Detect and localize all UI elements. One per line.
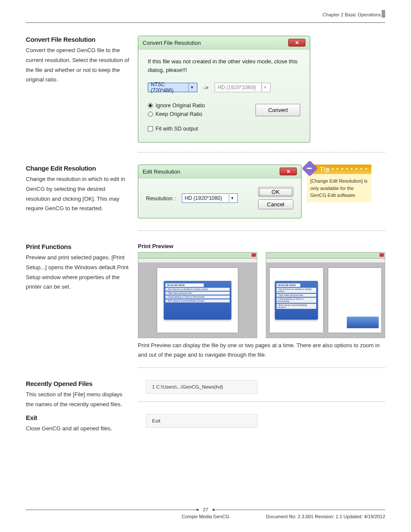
- news-card: HEADLINE NEWS • San Francisco on standby…: [275, 281, 318, 320]
- subheading-print-preview: Print Preview: [138, 243, 385, 249]
- top-decor-bar: [382, 10, 385, 18]
- checkbox-icon: [148, 126, 153, 131]
- convert-button[interactable]: Convert: [255, 104, 300, 116]
- lower-third-card: [347, 317, 379, 328]
- heading-exit: Exit: [26, 414, 130, 421]
- dialog-title: Convert File Resolution: [143, 40, 201, 46]
- divider: [138, 401, 385, 402]
- body-recent: This section of the [File] menu displays…: [26, 390, 130, 410]
- print-preview-double: HEADLINE NEWS • San Francisco on standby…: [266, 252, 385, 338]
- top-rule: [26, 22, 385, 23]
- divider: [138, 367, 385, 368]
- tip-body: [Change Edit Resolution] is only availab…: [307, 174, 371, 202]
- close-icon[interactable]: ✕: [280, 168, 297, 175]
- product-name: Compix Media GenCG: [182, 514, 230, 519]
- body-convert: Convert the opened GenCG file to the cur…: [26, 46, 130, 85]
- recent-file-item[interactable]: 1 C:\Users\...\GenCG_News(hd): [146, 382, 257, 392]
- dialog-convert-file-resolution: Convert File Resolution ✕ If this file w…: [138, 36, 310, 143]
- tip-box: Tip ● ● ● ● ● ● ● ● ● [Change Edit Resol…: [307, 165, 371, 202]
- arrow-label: ->: [203, 84, 209, 91]
- tip-title: Tip ● ● ● ● ● ● ● ● ●: [307, 165, 371, 174]
- news-card: HEADLINE NEWS • San Francisco on standby…: [164, 281, 231, 320]
- page-number: 27: [203, 507, 208, 512]
- radio-keep-ratio[interactable]: Keep Original Ratio: [148, 111, 243, 117]
- divider: [138, 230, 385, 231]
- select-edit-resolution[interactable]: HD (1920*1080) ▼: [182, 193, 238, 203]
- radio-ignore-ratio[interactable]: Ignore Original Ratio: [148, 103, 243, 109]
- checkbox-fit-sd[interactable]: Fit with SD output: [148, 126, 300, 132]
- cancel-button[interactable]: Cancel: [258, 199, 293, 209]
- chapter-label: Chapter 2 Basic Operations: [323, 12, 381, 17]
- ok-button[interactable]: OK: [258, 187, 293, 197]
- print-preview-caption: Print Preview can display the file by on…: [138, 341, 385, 360]
- chevron-down-icon: ▼: [262, 84, 268, 91]
- recent-files-menu: 1 C:\Users\...\GenCG_News(hd): [146, 380, 258, 394]
- chevron-down-icon: ▼: [229, 194, 236, 202]
- dialog-title: Edit Resolution: [143, 168, 180, 175]
- dialog-message: If this file was not created in the othe…: [148, 57, 300, 74]
- body-print: Preview and print selected pages. [Print…: [26, 253, 130, 292]
- close-icon[interactable]: ✕: [288, 39, 305, 47]
- doc-info: Document No: 2.3.001 Revision: 1.1 Updat…: [266, 514, 385, 519]
- pencil-icon: [302, 161, 318, 177]
- chevron-down-icon: ▼: [188, 84, 195, 91]
- heading-print: Print Functions: [26, 243, 130, 250]
- heading-convert: Convert File Resolution: [26, 36, 130, 43]
- body-exit: Close GenCG and all opened files.: [26, 424, 130, 434]
- dialog-edit-resolution: Edit Resolution ✕ Resolution : HD (1920*…: [138, 165, 302, 218]
- page-footer: 27 . Compix Media GenCG Document No: 2.3…: [26, 507, 385, 519]
- heading-recent: Recently Opened Files: [26, 380, 130, 387]
- exit-menu-item[interactable]: Exit: [146, 416, 257, 426]
- radio-icon: [148, 112, 153, 117]
- select-to-resolution: HD (1920*1080i) ▼: [215, 83, 271, 92]
- divider: [138, 152, 385, 152]
- body-change: Change the resolution in which to edit i…: [26, 174, 130, 214]
- select-from-resolution[interactable]: NTSC (720*486) ▼: [148, 83, 197, 92]
- heading-change: Change Edit Resolution: [26, 165, 130, 172]
- resolution-label: Resolution :: [146, 195, 176, 202]
- print-preview-single: HEADLINE NEWS • San Francisco on standby…: [138, 252, 257, 338]
- radio-icon: [148, 103, 153, 108]
- exit-menu: Exit: [146, 414, 258, 428]
